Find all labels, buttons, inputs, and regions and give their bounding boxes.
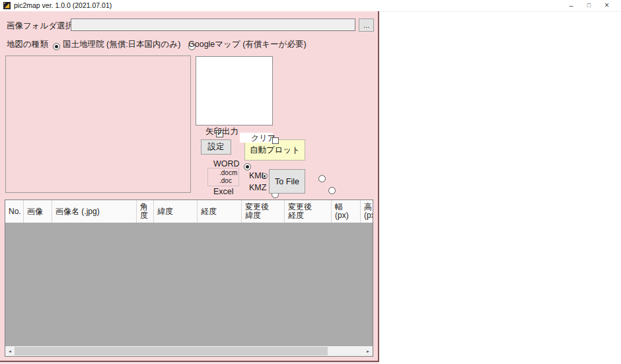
scroll-left-icon[interactable]: ◄ [5, 346, 15, 356]
folder-select-label: 画像フォルダ選択 [7, 20, 73, 32]
image-list-box[interactable] [5, 55, 191, 193]
preview-box [196, 56, 273, 126]
to-file-button[interactable]: To File [269, 169, 305, 194]
radio-gsi-map-label[interactable]: 国土地理院 (無償:日本国内のみ) [63, 39, 180, 50]
radio-excel-label[interactable]: Excel [213, 187, 234, 196]
grid-column-header[interactable]: 高さ (px) [361, 200, 373, 223]
map-type-label: 地図の種類 [7, 39, 48, 50]
radio-kml[interactable] [318, 175, 326, 182]
grid-column-header[interactable]: No. [5, 200, 24, 223]
image-data-grid: No.画像画像名 (.jpg)角 度緯度経度変更後 緯度変更後 経度幅 (px)… [5, 200, 373, 357]
grid-column-header[interactable]: 変更後 経度 [285, 200, 332, 223]
app-icon [3, 2, 11, 9]
grid-column-header[interactable]: 画像名 (.jpg) [52, 200, 137, 223]
grid-body-empty[interactable] [5, 223, 373, 346]
scroll-right-icon[interactable]: ► [363, 346, 373, 356]
radio-word-label[interactable]: WORD [213, 159, 240, 168]
clear-checkbox-label[interactable]: クリア [251, 133, 275, 144]
settings-button[interactable]: 設定 [201, 139, 231, 155]
grid-column-header[interactable]: 緯度 [154, 200, 198, 223]
grid-column-header[interactable]: 画像 [24, 200, 52, 223]
radio-kml-label[interactable]: KML [249, 171, 266, 180]
radio-doc-label[interactable]: .doc [219, 177, 232, 184]
grid-header-row: No.画像画像名 (.jpg)角 度緯度経度変更後 緯度変更後 経度幅 (px)… [5, 200, 373, 223]
grid-column-header[interactable]: 角 度 [137, 200, 154, 223]
radio-kmz-label[interactable]: KMZ [249, 183, 266, 192]
browse-folder-button[interactable]: ... [359, 18, 374, 32]
minimize-icon[interactable]: – [562, 0, 580, 11]
radio-google-map-label[interactable]: Googleマップ (有償キーが必要) [188, 39, 307, 50]
grid-column-header[interactable]: 変更後 緯度 [242, 200, 285, 223]
app-window: pic2map ver. 1.0.0 (2021.07.01) – □ × 画像… [0, 0, 621, 364]
grid-column-header[interactable]: 幅 (px) [332, 200, 361, 223]
titlebar-separator [379, 11, 621, 12]
grid-column-header[interactable]: 経度 [198, 200, 242, 223]
close-icon[interactable]: × [598, 0, 616, 11]
titlebar: pic2map ver. 1.0.0 (2021.07.01) – □ × [0, 0, 621, 11]
arrow-output-label[interactable]: 矢印出力 [205, 126, 238, 137]
maximize-icon[interactable]: □ [580, 0, 598, 11]
window-title: pic2map ver. 1.0.0 (2021.07.01) [14, 0, 112, 11]
scrollbar-thumb[interactable] [15, 347, 328, 355]
radio-docm-label[interactable]: .docm [219, 169, 237, 176]
folder-path-input[interactable] [71, 18, 355, 31]
grid-horizontal-scrollbar[interactable]: ◄ ► [5, 346, 373, 356]
